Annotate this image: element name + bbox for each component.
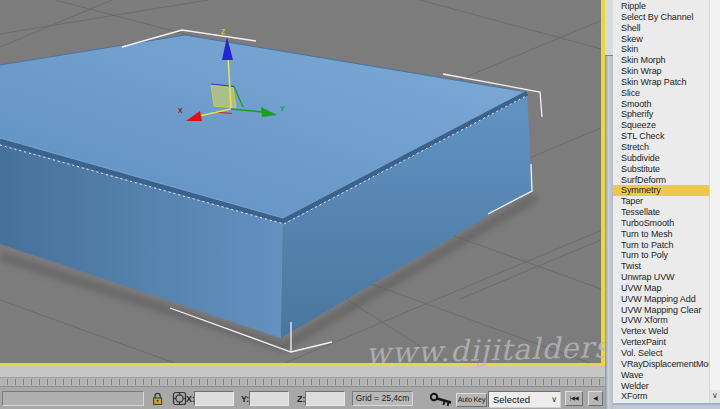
modifier-list-item[interactable]: TurboSmooth (613, 218, 709, 229)
scroll-down-arrow-icon: ∨ (712, 391, 718, 400)
modifier-list-item[interactable]: UVW Mapping Add (613, 294, 709, 305)
modifier-list-dropdown: RippleSelect By ChannelShellSkewSkinSkin… (613, 0, 720, 405)
lock-icon (154, 393, 162, 404)
modifier-list-item[interactable]: VRayDisplacementMod (613, 359, 709, 370)
modifier-list-item[interactable]: Stretch (613, 142, 709, 153)
modifier-list-item[interactable]: Shell (613, 23, 709, 34)
scroll-down-button[interactable]: ∨ (710, 390, 720, 403)
previous-frame-button[interactable]: ◀| (588, 391, 603, 406)
modifier-list-item[interactable]: Vertex Weld (613, 326, 709, 337)
modifier-list-item[interactable]: Slice (613, 88, 709, 99)
modifier-list-item[interactable]: Tessellate (613, 207, 709, 218)
modifier-list-item[interactable]: XForm (613, 391, 709, 402)
modifier-list-item[interactable]: Smooth (613, 99, 709, 110)
modifier-list-item[interactable]: Skin Wrap Patch (613, 77, 709, 88)
z-coordinate-field[interactable] (305, 391, 345, 406)
transform-typein-icon (174, 393, 186, 405)
modifier-list-item[interactable]: UVW Xform (613, 315, 709, 326)
status-prompt-field (2, 391, 144, 406)
viewport-canvas: Z X Y (0, 0, 601, 363)
modifier-list-item[interactable]: Twist (613, 261, 709, 272)
modifier-list-item[interactable]: Vol. Select (613, 348, 709, 359)
modifier-list-item[interactable]: Skin Wrap (613, 66, 709, 77)
x-coordinate-field[interactable] (194, 391, 234, 406)
perspective-viewport[interactable]: Z X Y (0, 0, 605, 366)
modifier-list-item[interactable]: Welder (613, 381, 709, 392)
modifier-list-scrollbar[interactable]: ∨ (709, 0, 720, 403)
key-icon (431, 394, 451, 406)
selection-set-value: Selected (493, 394, 530, 405)
modifier-list-item[interactable]: Squeeze (613, 120, 709, 131)
modifier-list-item[interactable]: Unwrap UVW (613, 272, 709, 283)
modifier-list-item[interactable]: STL Check (613, 131, 709, 142)
gizmo-plane-handle[interactable] (211, 85, 236, 108)
modifier-list: RippleSelect By ChannelShellSkewSkinSkin… (613, 0, 709, 403)
modifier-list-item[interactable]: Turn to Mesh (613, 229, 709, 240)
go-to-start-button[interactable]: |◀◀ (565, 391, 583, 406)
modifier-list-item[interactable]: UVW Mapping Clear (613, 305, 709, 316)
3ds-max-window: Z X Y www.dijitalders (0, 0, 720, 409)
modifier-list-item[interactable]: SurfDeform (613, 175, 709, 186)
modifier-list-item[interactable]: Skin Morph (613, 55, 709, 66)
modifier-list-item[interactable]: Wave (613, 370, 709, 381)
grid-size-indicator: Grid = 25,4cm (352, 391, 413, 406)
command-panel-scrollbar[interactable] (605, 0, 613, 409)
modifier-list-item[interactable]: Skin (613, 44, 709, 55)
modifier-list-item[interactable]: Spherify (613, 109, 709, 120)
dropdown-arrow-icon: ∨ (551, 395, 557, 404)
modifier-list-item[interactable]: Taper (613, 196, 709, 207)
modifier-list-item[interactable]: Subdivide (613, 153, 709, 164)
modifier-list-item-highlighted[interactable]: Symmetry (613, 185, 709, 196)
modifier-list-item[interactable]: Ripple (613, 1, 709, 12)
auto-key-button[interactable]: Auto Key (456, 393, 487, 407)
modifier-list-item[interactable]: Turn to Poly (613, 250, 709, 261)
gizmo-z-label: Z (221, 28, 226, 35)
modifier-list-item[interactable]: Select By Channel (613, 12, 709, 23)
y-coordinate-field[interactable] (249, 391, 289, 406)
modifier-list-item[interactable]: Turn to Patch (613, 240, 709, 251)
selection-lock-toggle[interactable] (149, 390, 166, 407)
set-keys-button[interactable] (428, 391, 454, 407)
modifier-list-item[interactable]: UVW Map (613, 283, 709, 294)
gizmo-x-label: X (178, 107, 183, 114)
modifier-list-item[interactable]: Skew (613, 34, 709, 45)
modifier-list-item[interactable]: VertexPaint (613, 337, 709, 348)
selection-set-dropdown[interactable]: Selected ∨ (488, 391, 561, 408)
modifier-list-item[interactable]: Substitute (613, 164, 709, 175)
command-panel-scroll-thumb[interactable] (605, 0, 613, 56)
